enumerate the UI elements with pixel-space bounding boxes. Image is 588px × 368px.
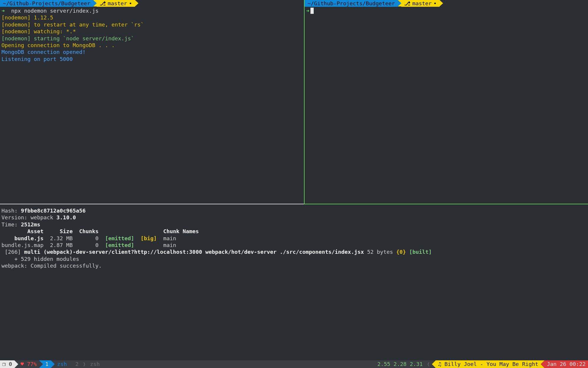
prompt-branch: ⎇ master • — [401, 0, 440, 7]
terminal-output-line: MongoDB connection opened! — [1, 49, 303, 55]
tmux-status-bar: ❐ 0 ♥ 77% 1 zsh 2 ❭ zsh 2.55 2.28 2.3 — [0, 360, 588, 368]
terminal-output-line: [nodemon] 1.12.5 — [1, 14, 303, 21]
top-split: ~/Github-Projects/Budgeteer ⎇ master • ➜… — [0, 0, 588, 204]
load-average: 2.55 2.28 2.31 — [377, 361, 423, 367]
status-datetime: Jan 26 00:22 — [544, 360, 588, 368]
pane-right[interactable]: ~/Github-Projects/Budgeteer ⎇ master • ➜ — [304, 0, 588, 204]
status-window-active-name[interactable]: zsh — [55, 360, 69, 368]
prompt-path: ~/Github-Projects/Budgeteer — [0, 0, 93, 7]
pane-right-content: ➜ — [305, 7, 588, 14]
status-session[interactable]: ❐ 0 — [0, 360, 14, 368]
powerline-arrow-icon — [102, 360, 106, 368]
cursor-icon — [310, 8, 314, 14]
powerline-arrow-icon — [69, 360, 73, 368]
window-name: zsh — [90, 361, 100, 367]
separator-icon: ❬ — [425, 360, 432, 368]
webpack-entry-row: [266] multi (webpack)-dev-server/client?… — [1, 248, 587, 255]
session-index: 0 — [9, 361, 12, 367]
music-track: Billy Joel - You May Be Right — [445, 361, 538, 367]
terminal-output-line: [nodemon] starting `node server/index.js… — [1, 35, 303, 42]
prompt-branch-text: master — [108, 0, 127, 7]
prompt-path-text: ~/Github-Projects/Budgeteer — [3, 0, 90, 7]
powerline-arrow-icon — [93, 0, 97, 6]
terminal-output-line: [nodemon] to restart at any time, enter … — [1, 21, 303, 28]
git-dirty-icon: • — [433, 0, 437, 7]
powerline-arrow-icon — [432, 360, 436, 368]
window-index: 2 — [75, 361, 78, 367]
git-branch-icon: ⎇ — [100, 0, 106, 7]
webpack-asset-row: bundle.js.map 2.87 MB 0 [emitted] main — [1, 242, 587, 248]
window-index: 1 — [45, 361, 49, 367]
status-window-active[interactable]: 1 — [43, 360, 51, 368]
prompt-arrow-icon: ➜ — [306, 8, 309, 14]
prompt-branch: ⎇ master • — [97, 0, 135, 7]
powerline-arrow-icon — [135, 0, 138, 6]
webpack-compiled-msg: webpack: Compiled successfully. — [1, 262, 587, 269]
powerline-arrow-icon — [51, 360, 55, 368]
powerline-arrow-icon — [398, 0, 401, 6]
prompt-bar-left: ~/Github-Projects/Budgeteer ⎇ master • — [0, 0, 304, 7]
powerline-arrow-icon — [440, 0, 443, 6]
prompt-path: ~/Github-Projects/Budgeteer — [305, 0, 398, 7]
git-branch-icon: ⎇ — [404, 0, 410, 7]
status-window-inactive[interactable]: 2 — [73, 360, 81, 368]
webpack-version: Version: webpack 3.10.0 — [1, 214, 587, 221]
webpack-table-header: Asset Size Chunks Chunk Names — [1, 228, 587, 235]
separator-icon: ❭ — [81, 360, 88, 368]
heart-icon: ♥ — [21, 361, 24, 367]
prompt-branch-text: master — [412, 0, 432, 7]
terminal-output-line: Opening connection to MongoDB . . . — [1, 42, 303, 49]
powerline-arrow-icon — [39, 360, 43, 368]
command-line[interactable]: ➜ npx nodemon server/index.js — [1, 7, 303, 14]
pane-bottom[interactable]: Hash: 9fbbe8c8712a0c965a56 Version: webp… — [0, 206, 588, 271]
prompt-arrow-icon: ➜ — [1, 8, 5, 14]
status-loadavg: 2.55 2.28 2.31 — [375, 360, 425, 368]
prompt-path-text: ~/Github-Projects/Budgeteer — [308, 0, 395, 7]
prompt-bar-right: ~/Github-Projects/Budgeteer ⎇ master • — [305, 0, 588, 7]
command-text: npx nodemon server/index.js — [11, 8, 98, 14]
status-window-inactive-name[interactable]: zsh — [88, 360, 102, 368]
terminal-output-line: Listening on port 5000 — [1, 56, 303, 62]
command-line[interactable]: ➜ — [306, 7, 587, 14]
powerline-arrow-icon — [541, 360, 544, 368]
session-icon: ❐ — [2, 361, 6, 367]
powerline-arrow-icon — [14, 360, 18, 368]
status-battery: ♥ 77% — [18, 360, 39, 368]
webpack-hidden-modules: + 529 hidden modules — [1, 256, 587, 262]
webpack-time: Time: 2512ms — [1, 221, 587, 228]
webpack-hash: Hash: 9fbbe8c8712a0c965a56 — [1, 207, 587, 214]
terminal-screen: ~/Github-Projects/Budgeteer ⎇ master • ➜… — [0, 0, 588, 368]
terminal-output-line: [nodemon] watching: *.* — [1, 28, 303, 35]
status-music: ♫ Billy Joel - You May Be Right — [436, 360, 541, 368]
datetime-text: Jan 26 00:22 — [547, 361, 586, 367]
webpack-asset-row: bundle.js 2.32 MB 0 [emitted] [big] main — [1, 235, 587, 242]
window-name: zsh — [57, 361, 67, 367]
battery-percent: 77% — [27, 361, 37, 367]
git-dirty-icon: • — [129, 0, 132, 7]
music-icon: ♫ — [438, 361, 441, 367]
pane-left[interactable]: ~/Github-Projects/Budgeteer ⎇ master • ➜… — [0, 0, 304, 204]
status-spacer — [106, 360, 375, 368]
pane-left-content: ➜ npx nodemon server/index.js [nodemon] … — [0, 7, 304, 62]
